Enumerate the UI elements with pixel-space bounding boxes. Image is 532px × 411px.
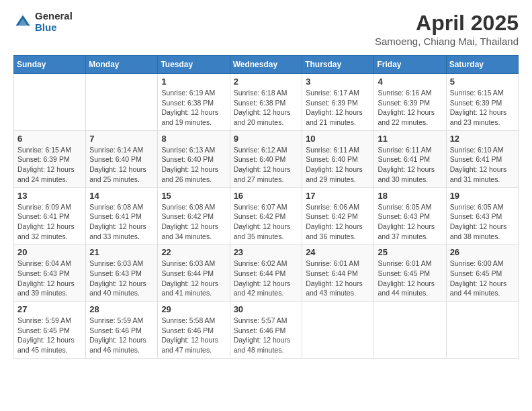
cell-week5-day4 <box>302 302 374 359</box>
day-info: Sunrise: 6:07 AM Sunset: 6:42 PM Dayligh… <box>234 202 299 242</box>
cell-week4-day6: 26Sunrise: 6:00 AM Sunset: 6:45 PM Dayli… <box>446 244 518 302</box>
day-number: 29 <box>161 304 226 314</box>
header-tuesday: Tuesday <box>158 56 230 74</box>
cell-week4-day1: 21Sunrise: 6:03 AM Sunset: 6:43 PM Dayli… <box>86 244 158 302</box>
header-friday: Friday <box>374 56 446 74</box>
cell-week4-day5: 25Sunrise: 6:01 AM Sunset: 6:45 PM Dayli… <box>374 244 446 302</box>
day-info: Sunrise: 5:58 AM Sunset: 6:46 PM Dayligh… <box>161 316 226 355</box>
day-number: 4 <box>378 77 442 87</box>
logo-blue-text: Blue <box>35 22 73 34</box>
cell-week1-day2: 1Sunrise: 6:19 AM Sunset: 6:38 PM Daylig… <box>158 74 230 131</box>
day-number: 5 <box>450 77 515 87</box>
cell-week5-day5 <box>374 302 446 359</box>
cell-week4-day2: 22Sunrise: 6:03 AM Sunset: 6:44 PM Dayli… <box>158 244 230 302</box>
day-number: 20 <box>17 247 82 257</box>
cell-week5-day0: 27Sunrise: 5:59 AM Sunset: 6:45 PM Dayli… <box>14 302 86 359</box>
title-block: April 2025 Samoeng, Chiang Mai, Thailand <box>375 11 519 47</box>
cell-week1-day3: 2Sunrise: 6:18 AM Sunset: 6:38 PM Daylig… <box>230 74 302 131</box>
cell-week1-day1 <box>86 74 158 131</box>
header-saturday: Saturday <box>446 56 518 74</box>
day-info: Sunrise: 6:15 AM Sunset: 6:39 PM Dayligh… <box>17 145 82 185</box>
day-info: Sunrise: 6:05 AM Sunset: 6:43 PM Dayligh… <box>450 202 515 242</box>
day-number: 8 <box>161 134 226 144</box>
cell-week2-day0: 6Sunrise: 6:15 AM Sunset: 6:39 PM Daylig… <box>14 130 86 187</box>
cell-week2-day3: 9Sunrise: 6:12 AM Sunset: 6:40 PM Daylig… <box>230 130 302 187</box>
day-number: 30 <box>234 304 299 314</box>
logo: General Blue <box>13 11 73 33</box>
day-number: 21 <box>89 247 154 257</box>
day-number: 18 <box>378 191 442 201</box>
day-info: Sunrise: 6:02 AM Sunset: 6:44 PM Dayligh… <box>234 259 299 298</box>
cell-week3-day5: 18Sunrise: 6:05 AM Sunset: 6:43 PM Dayli… <box>374 187 446 244</box>
calendar-table: SundayMondayTuesdayWednesdayThursdayFrid… <box>13 55 519 359</box>
week-row-1: 1Sunrise: 6:19 AM Sunset: 6:38 PM Daylig… <box>14 74 519 131</box>
day-number: 11 <box>378 134 442 144</box>
day-number: 3 <box>306 77 370 87</box>
week-row-3: 13Sunrise: 6:09 AM Sunset: 6:41 PM Dayli… <box>14 187 519 244</box>
day-info: Sunrise: 6:01 AM Sunset: 6:45 PM Dayligh… <box>378 259 442 298</box>
cell-week1-day6: 5Sunrise: 6:15 AM Sunset: 6:39 PM Daylig… <box>446 74 518 131</box>
cell-week4-day0: 20Sunrise: 6:04 AM Sunset: 6:43 PM Dayli… <box>14 244 86 302</box>
day-info: Sunrise: 6:17 AM Sunset: 6:39 PM Dayligh… <box>306 88 370 128</box>
day-number: 9 <box>234 134 299 144</box>
day-info: Sunrise: 6:18 AM Sunset: 6:38 PM Dayligh… <box>234 88 299 128</box>
cell-week5-day1: 28Sunrise: 5:59 AM Sunset: 6:46 PM Dayli… <box>86 302 158 359</box>
day-number: 6 <box>17 134 82 144</box>
day-number: 17 <box>306 191 370 201</box>
cell-week3-day1: 14Sunrise: 6:08 AM Sunset: 6:41 PM Dayli… <box>86 187 158 244</box>
page-header: General Blue April 2025 Samoeng, Chiang … <box>13 11 519 47</box>
header-wednesday: Wednesday <box>230 56 302 74</box>
day-info: Sunrise: 5:59 AM Sunset: 6:45 PM Dayligh… <box>17 316 82 355</box>
logo-icon <box>13 13 32 32</box>
day-info: Sunrise: 6:01 AM Sunset: 6:44 PM Dayligh… <box>306 259 370 298</box>
cell-week2-day5: 11Sunrise: 6:11 AM Sunset: 6:41 PM Dayli… <box>374 130 446 187</box>
day-number: 19 <box>450 191 515 201</box>
day-number: 25 <box>378 247 442 257</box>
day-info: Sunrise: 6:14 AM Sunset: 6:40 PM Dayligh… <box>89 145 154 185</box>
cell-week3-day0: 13Sunrise: 6:09 AM Sunset: 6:41 PM Dayli… <box>14 187 86 244</box>
day-info: Sunrise: 6:16 AM Sunset: 6:39 PM Dayligh… <box>378 88 442 128</box>
cell-week5-day2: 29Sunrise: 5:58 AM Sunset: 6:46 PM Dayli… <box>158 302 230 359</box>
day-number: 7 <box>89 134 154 144</box>
day-number: 28 <box>89 304 154 314</box>
day-info: Sunrise: 6:11 AM Sunset: 6:41 PM Dayligh… <box>378 145 442 185</box>
cell-week3-day2: 15Sunrise: 6:08 AM Sunset: 6:42 PM Dayli… <box>158 187 230 244</box>
day-info: Sunrise: 5:57 AM Sunset: 6:46 PM Dayligh… <box>234 316 299 355</box>
cell-week2-day4: 10Sunrise: 6:11 AM Sunset: 6:40 PM Dayli… <box>302 130 374 187</box>
cell-week4-day4: 24Sunrise: 6:01 AM Sunset: 6:44 PM Dayli… <box>302 244 374 302</box>
week-row-4: 20Sunrise: 6:04 AM Sunset: 6:43 PM Dayli… <box>14 244 519 302</box>
day-info: Sunrise: 6:19 AM Sunset: 6:38 PM Dayligh… <box>161 88 226 128</box>
header-sunday: Sunday <box>14 56 86 74</box>
cell-week3-day4: 17Sunrise: 6:06 AM Sunset: 6:42 PM Dayli… <box>302 187 374 244</box>
day-number: 15 <box>161 191 226 201</box>
day-number: 23 <box>234 247 299 257</box>
header-monday: Monday <box>86 56 158 74</box>
day-info: Sunrise: 6:06 AM Sunset: 6:42 PM Dayligh… <box>306 202 370 242</box>
day-info: Sunrise: 6:12 AM Sunset: 6:40 PM Dayligh… <box>234 145 299 185</box>
day-number: 16 <box>234 191 299 201</box>
cell-week1-day5: 4Sunrise: 6:16 AM Sunset: 6:39 PM Daylig… <box>374 74 446 131</box>
day-info: Sunrise: 6:10 AM Sunset: 6:41 PM Dayligh… <box>450 145 515 185</box>
day-info: Sunrise: 6:08 AM Sunset: 6:42 PM Dayligh… <box>161 202 226 242</box>
header-thursday: Thursday <box>302 56 374 74</box>
cell-week5-day6 <box>446 302 518 359</box>
cell-week1-day4: 3Sunrise: 6:17 AM Sunset: 6:39 PM Daylig… <box>302 74 374 131</box>
cell-week5-day3: 30Sunrise: 5:57 AM Sunset: 6:46 PM Dayli… <box>230 302 302 359</box>
day-info: Sunrise: 6:03 AM Sunset: 6:43 PM Dayligh… <box>89 259 154 298</box>
day-number: 27 <box>17 304 82 314</box>
day-number: 2 <box>234 77 299 87</box>
day-number: 13 <box>17 191 82 201</box>
cell-week3-day3: 16Sunrise: 6:07 AM Sunset: 6:42 PM Dayli… <box>230 187 302 244</box>
day-info: Sunrise: 5:59 AM Sunset: 6:46 PM Dayligh… <box>89 316 154 355</box>
day-info: Sunrise: 6:09 AM Sunset: 6:41 PM Dayligh… <box>17 202 82 242</box>
week-row-5: 27Sunrise: 5:59 AM Sunset: 6:45 PM Dayli… <box>14 302 519 359</box>
cell-week2-day2: 8Sunrise: 6:13 AM Sunset: 6:40 PM Daylig… <box>158 130 230 187</box>
header-row: SundayMondayTuesdayWednesdayThursdayFrid… <box>14 56 519 74</box>
day-info: Sunrise: 6:15 AM Sunset: 6:39 PM Dayligh… <box>450 88 515 128</box>
cell-week4-day3: 23Sunrise: 6:02 AM Sunset: 6:44 PM Dayli… <box>230 244 302 302</box>
cell-week2-day6: 12Sunrise: 6:10 AM Sunset: 6:41 PM Dayli… <box>446 130 518 187</box>
week-row-2: 6Sunrise: 6:15 AM Sunset: 6:39 PM Daylig… <box>14 130 519 187</box>
day-info: Sunrise: 6:11 AM Sunset: 6:40 PM Dayligh… <box>306 145 370 185</box>
day-info: Sunrise: 6:08 AM Sunset: 6:41 PM Dayligh… <box>89 202 154 242</box>
calendar-location: Samoeng, Chiang Mai, Thailand <box>375 36 519 47</box>
